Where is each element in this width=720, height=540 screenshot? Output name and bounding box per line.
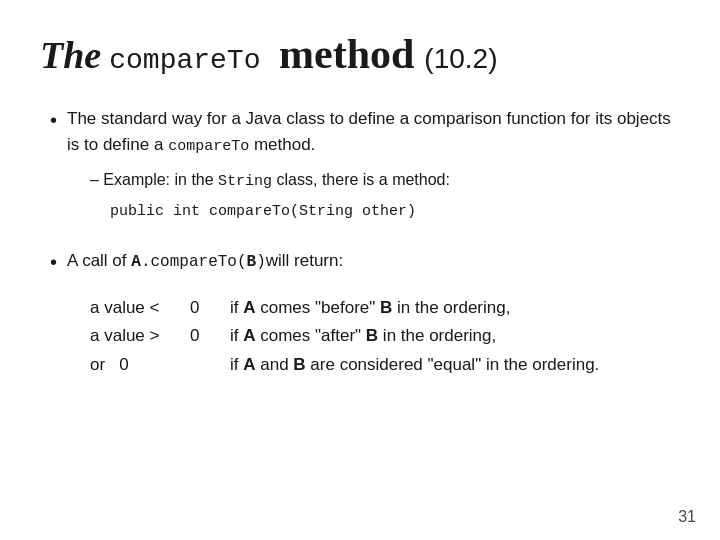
- bullet-1-section: • The standard way for a Java class to d…: [50, 106, 680, 224]
- return-1-col3: if A comes "after" B in the ordering,: [230, 322, 496, 351]
- page-number: 31: [678, 508, 696, 526]
- return-0-col3: if A comes "before" B in the ordering,: [230, 294, 510, 323]
- slide: The compareTo method (10.2) • The standa…: [0, 0, 720, 540]
- return-1-col1: a value >: [90, 322, 190, 351]
- title-compareto: compareTo: [109, 45, 260, 76]
- return-1-bold-b: B: [366, 326, 378, 345]
- slide-content: • The standard way for a Java class to d…: [40, 106, 680, 380]
- return-section: a value < 0 if A comes "before" B in the…: [50, 294, 680, 381]
- example-section: – Example: in the String class, there is…: [50, 168, 680, 224]
- return-0-bold-b: B: [380, 298, 392, 317]
- title-method: method: [279, 30, 414, 78]
- return-row-2: or 0 if A and B are considered "equal" i…: [90, 351, 680, 380]
- call-code1: A: [131, 250, 141, 274]
- slide-title: The compareTo method (10.2): [40, 30, 680, 78]
- bullet-1-main: • The standard way for a Java class to d…: [50, 106, 680, 158]
- call-code4: ): [256, 250, 266, 274]
- call-text1: A call of: [67, 248, 127, 274]
- call-code3: compareTo(: [151, 250, 247, 274]
- bullet-1-code: compareTo: [168, 138, 249, 155]
- return-2-bold-a: A: [243, 355, 255, 374]
- example-intro-text: – Example: in the: [90, 171, 218, 188]
- return-0-col2: 0: [190, 294, 230, 323]
- bullet-2-call-line: A call of A.compareTo(B) will return:: [67, 248, 343, 274]
- example-code-line: public int compareTo(String other): [90, 200, 680, 224]
- return-row-1: a value > 0 if A comes "after" B in the …: [90, 322, 680, 351]
- return-0-bold-a: A: [243, 298, 255, 317]
- return-0-col1: a value <: [90, 294, 190, 323]
- call-text3: will return:: [266, 248, 343, 274]
- bullet-1-text: The standard way for a Java class to def…: [67, 106, 680, 158]
- example-intro: – Example: in the String class, there is…: [90, 168, 680, 194]
- bullet-2-section: • A call of A.compareTo(B) will return: …: [50, 248, 680, 381]
- return-2-col1: or 0: [90, 351, 190, 380]
- bullet-1-text-after: method.: [249, 135, 315, 154]
- example-string-code: String: [218, 173, 272, 190]
- call-code2: .: [141, 250, 151, 274]
- return-1-col2: 0: [190, 322, 230, 351]
- bullet-2-main: • A call of A.compareTo(B) will return:: [50, 248, 680, 284]
- bullet-1-text-before: The standard way for a Java class to def…: [67, 109, 671, 154]
- return-2-bold-b: B: [293, 355, 305, 374]
- example-intro2: class, there is a method:: [272, 171, 450, 188]
- example-code: public int compareTo(String other): [110, 203, 416, 220]
- title-version: (10.2): [424, 43, 497, 75]
- return-row-0: a value < 0 if A comes "before" B in the…: [90, 294, 680, 323]
- bullet-2-dot: •: [50, 248, 57, 276]
- return-2-col3: if A and B are considered "equal" in the…: [230, 351, 599, 380]
- title-the: The: [40, 33, 101, 77]
- bullet-1-dot: •: [50, 106, 57, 134]
- call-bold-b: B: [247, 250, 257, 274]
- return-1-bold-a: A: [243, 326, 255, 345]
